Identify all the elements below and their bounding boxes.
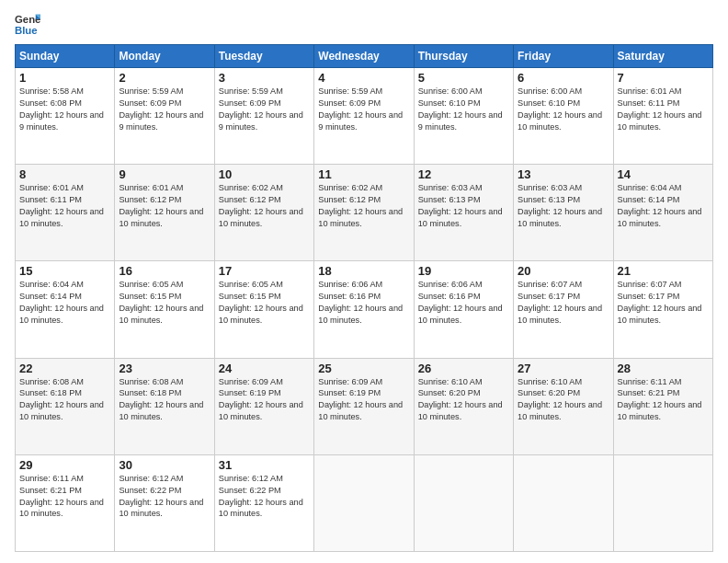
calendar-header-sunday: Sunday xyxy=(16,45,115,68)
calendar-cell: 22 Sunrise: 6:08 AM Sunset: 6:18 PM Dayl… xyxy=(16,358,115,454)
day-number: 3 xyxy=(219,71,310,85)
calendar-cell: 8 Sunrise: 6:01 AM Sunset: 6:11 PM Dayli… xyxy=(16,165,115,261)
day-info: Sunrise: 5:59 AM Sunset: 6:09 PM Dayligh… xyxy=(219,86,310,133)
calendar-cell: 11 Sunrise: 6:02 AM Sunset: 6:12 PM Dayl… xyxy=(314,165,414,261)
day-info: Sunrise: 6:07 AM Sunset: 6:17 PM Dayligh… xyxy=(518,279,609,327)
day-info: Sunrise: 6:06 AM Sunset: 6:16 PM Dayligh… xyxy=(418,279,509,327)
day-number: 10 xyxy=(219,167,310,181)
day-info: Sunrise: 6:06 AM Sunset: 6:16 PM Dayligh… xyxy=(318,279,409,327)
calendar-week-2: 8 Sunrise: 6:01 AM Sunset: 6:11 PM Dayli… xyxy=(16,165,713,261)
calendar-header-thursday: Thursday xyxy=(414,45,513,68)
calendar-cell: 31 Sunrise: 6:12 AM Sunset: 6:22 PM Dayl… xyxy=(214,454,313,551)
day-number: 16 xyxy=(119,264,210,278)
calendar-cell: 5 Sunrise: 6:00 AM Sunset: 6:10 PM Dayli… xyxy=(414,68,513,165)
calendar-week-3: 15 Sunrise: 6:04 AM Sunset: 6:14 PM Dayl… xyxy=(16,261,713,358)
calendar-cell: 30 Sunrise: 6:12 AM Sunset: 6:22 PM Dayl… xyxy=(115,454,214,551)
calendar-cell: 18 Sunrise: 6:06 AM Sunset: 6:16 PM Dayl… xyxy=(314,261,414,358)
calendar-cell: 25 Sunrise: 6:09 AM Sunset: 6:19 PM Dayl… xyxy=(314,358,414,454)
calendar-cell: 6 Sunrise: 6:00 AM Sunset: 6:10 PM Dayli… xyxy=(514,68,613,165)
calendar-cell: 27 Sunrise: 6:10 AM Sunset: 6:20 PM Dayl… xyxy=(514,358,613,454)
day-info: Sunrise: 6:05 AM Sunset: 6:15 PM Dayligh… xyxy=(119,279,210,327)
calendar-cell: 21 Sunrise: 6:07 AM Sunset: 6:17 PM Dayl… xyxy=(613,261,712,358)
day-number: 29 xyxy=(19,458,110,472)
header: General Blue xyxy=(15,11,713,37)
day-number: 2 xyxy=(119,71,210,85)
day-info: Sunrise: 6:08 AM Sunset: 6:18 PM Dayligh… xyxy=(119,376,210,424)
day-number: 28 xyxy=(618,362,709,375)
day-number: 25 xyxy=(318,362,409,375)
day-number: 26 xyxy=(418,362,509,375)
svg-text:Blue: Blue xyxy=(15,25,38,36)
calendar-cell: 29 Sunrise: 6:11 AM Sunset: 6:21 PM Dayl… xyxy=(16,454,115,551)
day-info: Sunrise: 5:59 AM Sunset: 6:09 PM Dayligh… xyxy=(119,86,210,133)
day-number: 9 xyxy=(119,167,210,181)
calendar-cell: 24 Sunrise: 6:09 AM Sunset: 6:19 PM Dayl… xyxy=(214,358,313,454)
day-number: 1 xyxy=(19,71,110,85)
calendar-cell: 28 Sunrise: 6:11 AM Sunset: 6:21 PM Dayl… xyxy=(613,358,712,454)
calendar-header-friday: Friday xyxy=(514,45,613,68)
day-number: 20 xyxy=(518,264,609,278)
day-info: Sunrise: 6:09 AM Sunset: 6:19 PM Dayligh… xyxy=(219,376,310,424)
day-info: Sunrise: 6:00 AM Sunset: 6:10 PM Dayligh… xyxy=(518,86,609,133)
calendar-cell xyxy=(514,454,613,551)
day-number: 5 xyxy=(418,71,509,85)
calendar-cell: 3 Sunrise: 5:59 AM Sunset: 6:09 PM Dayli… xyxy=(214,68,313,165)
calendar-cell: 15 Sunrise: 6:04 AM Sunset: 6:14 PM Dayl… xyxy=(16,261,115,358)
day-info: Sunrise: 6:11 AM Sunset: 6:21 PM Dayligh… xyxy=(618,376,709,424)
day-info: Sunrise: 5:59 AM Sunset: 6:09 PM Dayligh… xyxy=(318,86,409,133)
day-number: 27 xyxy=(518,362,609,375)
calendar-cell: 2 Sunrise: 5:59 AM Sunset: 6:09 PM Dayli… xyxy=(115,68,214,165)
day-number: 11 xyxy=(318,167,409,181)
day-info: Sunrise: 6:11 AM Sunset: 6:21 PM Dayligh… xyxy=(19,473,110,521)
calendar-header-saturday: Saturday xyxy=(613,45,712,68)
day-number: 13 xyxy=(518,167,609,181)
calendar-cell: 20 Sunrise: 6:07 AM Sunset: 6:17 PM Dayl… xyxy=(514,261,613,358)
day-number: 8 xyxy=(19,167,110,181)
day-info: Sunrise: 6:04 AM Sunset: 6:14 PM Dayligh… xyxy=(618,182,709,230)
day-info: Sunrise: 6:12 AM Sunset: 6:22 PM Dayligh… xyxy=(219,473,310,521)
day-info: Sunrise: 6:01 AM Sunset: 6:11 PM Dayligh… xyxy=(618,86,709,133)
calendar-cell xyxy=(414,454,513,551)
day-number: 15 xyxy=(19,264,110,278)
day-number: 17 xyxy=(219,264,310,278)
logo: General Blue xyxy=(15,11,44,37)
calendar-cell: 26 Sunrise: 6:10 AM Sunset: 6:20 PM Dayl… xyxy=(414,358,513,454)
calendar-cell xyxy=(314,454,414,551)
day-info: Sunrise: 6:12 AM Sunset: 6:22 PM Dayligh… xyxy=(119,473,210,521)
calendar-cell: 16 Sunrise: 6:05 AM Sunset: 6:15 PM Dayl… xyxy=(115,261,214,358)
day-info: Sunrise: 6:01 AM Sunset: 6:11 PM Dayligh… xyxy=(19,182,110,230)
day-number: 24 xyxy=(219,362,310,375)
day-number: 4 xyxy=(318,71,409,85)
calendar-week-4: 22 Sunrise: 6:08 AM Sunset: 6:18 PM Dayl… xyxy=(16,358,713,454)
day-number: 7 xyxy=(618,71,709,85)
day-info: Sunrise: 6:00 AM Sunset: 6:10 PM Dayligh… xyxy=(418,86,509,133)
day-info: Sunrise: 6:09 AM Sunset: 6:19 PM Dayligh… xyxy=(318,376,409,424)
day-info: Sunrise: 6:03 AM Sunset: 6:13 PM Dayligh… xyxy=(418,182,509,230)
calendar-cell: 17 Sunrise: 6:05 AM Sunset: 6:15 PM Dayl… xyxy=(214,261,313,358)
day-info: Sunrise: 6:10 AM Sunset: 6:20 PM Dayligh… xyxy=(518,376,609,424)
calendar-week-1: 1 Sunrise: 5:58 AM Sunset: 6:08 PM Dayli… xyxy=(16,68,713,165)
day-info: Sunrise: 6:02 AM Sunset: 6:12 PM Dayligh… xyxy=(219,182,310,230)
calendar-table: SundayMondayTuesdayWednesdayThursdayFrid… xyxy=(15,44,713,552)
day-info: Sunrise: 6:07 AM Sunset: 6:17 PM Dayligh… xyxy=(618,279,709,327)
day-number: 22 xyxy=(19,362,110,375)
day-number: 18 xyxy=(318,264,409,278)
logo-icon: General Blue xyxy=(15,11,40,37)
calendar-cell: 9 Sunrise: 6:01 AM Sunset: 6:12 PM Dayli… xyxy=(115,165,214,261)
day-number: 19 xyxy=(418,264,509,278)
day-info: Sunrise: 6:01 AM Sunset: 6:12 PM Dayligh… xyxy=(119,182,210,230)
calendar-cell: 4 Sunrise: 5:59 AM Sunset: 6:09 PM Dayli… xyxy=(314,68,414,165)
day-number: 6 xyxy=(518,71,609,85)
calendar-cell xyxy=(613,454,712,551)
calendar-cell: 19 Sunrise: 6:06 AM Sunset: 6:16 PM Dayl… xyxy=(414,261,513,358)
day-info: Sunrise: 6:10 AM Sunset: 6:20 PM Dayligh… xyxy=(418,376,509,424)
day-number: 12 xyxy=(418,167,509,181)
day-info: Sunrise: 6:08 AM Sunset: 6:18 PM Dayligh… xyxy=(19,376,110,424)
calendar-header-wednesday: Wednesday xyxy=(314,45,414,68)
page: General Blue SundayMondayTuesdayWednesda… xyxy=(0,0,728,563)
day-info: Sunrise: 6:02 AM Sunset: 6:12 PM Dayligh… xyxy=(318,182,409,230)
calendar-cell: 10 Sunrise: 6:02 AM Sunset: 6:12 PM Dayl… xyxy=(214,165,313,261)
day-number: 31 xyxy=(219,458,310,472)
calendar-header-tuesday: Tuesday xyxy=(214,45,313,68)
calendar-cell: 13 Sunrise: 6:03 AM Sunset: 6:13 PM Dayl… xyxy=(514,165,613,261)
